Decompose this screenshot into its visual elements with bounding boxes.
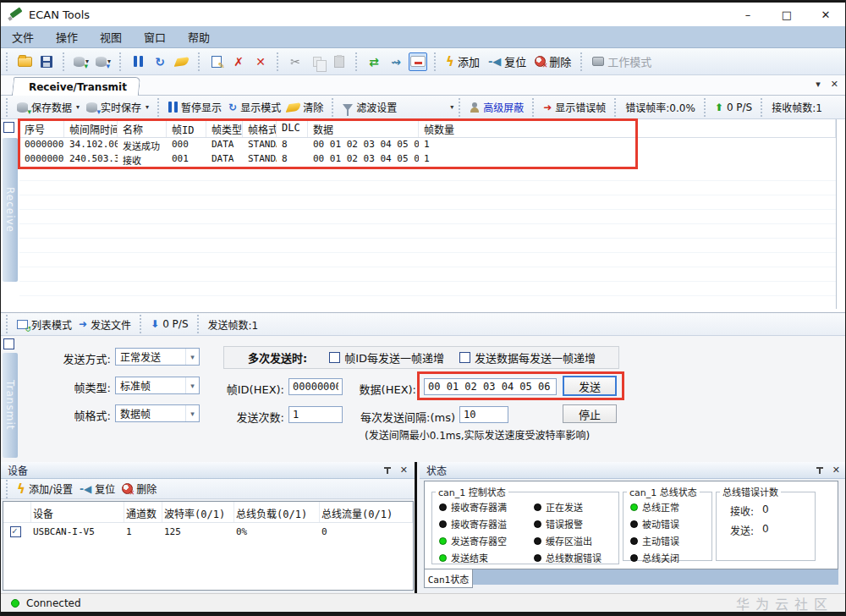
device-table[interactable]: 设备 通道数 波特率(0/1) 总线负载(0/1) 总线流量(0/1) USBC… [3,501,414,591]
display-mode-button[interactable]: ↻显示模式 [228,100,281,114]
panel-close-icon[interactable]: ✕ [400,465,408,476]
connect-icon[interactable]: ⇄ [365,52,383,71]
open-file-icon[interactable] [15,52,34,71]
frame-type-select[interactable]: 标准帧▾ [115,377,200,394]
clear-button[interactable]: 清除 [288,100,323,114]
paste-icon [330,52,349,71]
frame-format-select[interactable]: 数据帧▾ [115,404,200,422]
sent-count-label: 发送帧数:1 [208,317,259,332]
data-increase-checkbox[interactable] [459,352,470,363]
minimize-button[interactable]: – [728,3,767,26]
data-hex-input[interactable] [424,378,557,395]
send-mode-label: 发送方式: [26,350,111,366]
pause-icon[interactable] [129,52,147,71]
receive-rate-indicator: ⬆0 P/S [715,102,752,113]
transmit-select-checkbox[interactable] [3,338,14,349]
list-mode-button[interactable]: 列表模式 [17,317,72,332]
transmit-side-tab[interactable]: Transmit [3,353,18,458]
receive-side-tab[interactable]: Receive [3,138,18,282]
clear-icon [286,102,302,113]
menu-operate[interactable]: 操作 [45,25,89,48]
col-header[interactable]: 数据 [308,119,419,137]
toolbar-separator [332,98,336,117]
frame-id-input[interactable] [288,378,343,395]
refresh-icon[interactable]: ↻ [151,52,169,71]
send-mode-select[interactable]: 正常发送▾ [115,348,200,366]
filter-settings-button[interactable]: 滤波设置 [343,100,397,114]
status-box: can_1 控制状态 接收寄存器满 接收寄存器溢 发送寄存器空 发送结束 正在接… [424,481,838,569]
col-header[interactable]: 设备 [31,502,124,522]
filter-dropdown-icon[interactable]: ▾ [450,103,453,111]
reset-device-button[interactable]: -◀复位 [488,53,526,69]
col-header[interactable]: 帧数量 [419,119,836,137]
device-row[interactable]: USBCAN-I-V5 1 125 0% 0 [3,523,413,542]
col-header[interactable]: 通道数 [124,502,162,522]
disconnect-icon[interactable] [409,52,427,71]
col-header[interactable]: 总线流量(0/1) [320,502,413,522]
led-item: 总线数据错误 [534,551,602,564]
menu-help[interactable]: 帮助 [177,25,221,48]
delete-device-button[interactable]: 删除 [535,53,571,69]
led-dot [534,554,541,562]
import-data-icon[interactable]: ▾ [94,52,113,71]
menu-view[interactable]: 视图 [89,25,133,48]
send-file-button[interactable]: ➜发送文件 [79,317,131,332]
device-add-setup-button[interactable]: ϟ添加/设置 [17,481,73,497]
col-header[interactable]: 帧类型 [206,119,243,137]
tab-close-icon[interactable]: ✕ [831,79,838,90]
save-data-button[interactable]: 保存数据▾ [17,100,80,114]
send-button[interactable]: 发送 [563,376,617,396]
tab-receive-transmit[interactable]: Receive/Transmit [12,77,140,96]
multi-send-label: 多次发送时: [248,349,307,366]
pin-icon[interactable] [383,465,392,476]
clean-icon[interactable] [173,52,191,71]
receive-table[interactable]: 序号 帧间隔时间us 名称 帧ID 帧类型 帧格式 DLC 数据 帧数量 000… [19,119,837,309]
pause-display-button[interactable]: 暂停显示 [168,100,222,114]
usb-device-icon[interactable]: ⇝ [387,52,405,71]
interval-input[interactable] [459,406,508,423]
device-delete-button[interactable]: 删除 [122,481,157,496]
col-header[interactable]: 名称 [118,119,167,137]
device-reset-button[interactable]: -◀复位 [80,481,115,496]
send-rate-indicator: ⬇0 P/S [151,318,188,330]
table-row[interactable]: 00000002 240.503.378 接收 001 DATA STANDAR… [19,152,836,167]
device-panel-title: 设备 [8,463,28,477]
pin-icon[interactable] [816,465,824,476]
send-times-input[interactable] [288,406,343,423]
reset-arrow-icon: -◀ [80,483,91,495]
save-file-icon[interactable] [37,52,56,71]
stop-button[interactable]: 停止 [563,404,617,423]
show-error-frames-button[interactable]: ➜显示错误帧 [543,100,606,114]
col-header[interactable]: DLC [277,119,308,137]
panel-close-icon[interactable]: ✕ [832,465,840,476]
col-header[interactable]: 序号 [19,119,64,137]
toolbar-gripper [6,480,10,498]
table-row[interactable]: 00000001 34.102.000 发送成功 000 DATA STANDA… [19,138,836,152]
device-enabled-checkbox[interactable] [10,526,21,537]
led-dot [630,554,638,562]
led-dot [534,520,541,528]
realtime-save-button[interactable]: 实时保存▾ [86,100,149,114]
receive-select-checkbox[interactable] [3,122,14,133]
edit-frame-icon[interactable] [207,52,226,71]
col-header[interactable]: 波特率(0/1) [162,502,234,522]
maximize-button[interactable]: □ [767,3,806,26]
frame-id-increase-label: 帧ID每发送一帧递增 [344,349,444,366]
close-button[interactable]: ✕ [806,3,845,26]
tools-icon[interactable]: ✗ [229,52,248,71]
menu-file[interactable]: 文件 [1,25,45,48]
led-dot [630,537,638,545]
col-header[interactable]: 帧ID [167,119,206,137]
col-header[interactable]: 帧间隔时间us [64,119,118,137]
col-header[interactable]: 帧格式 [243,119,277,137]
tab-can1-status[interactable]: Can1状态 [424,569,473,588]
add-device-button[interactable]: ϟ添加 [446,53,480,69]
tab-list-dropdown-icon[interactable]: ▾ [816,79,821,90]
col-header[interactable]: 总线负载(0/1) [234,502,320,522]
led-dot [534,503,541,511]
export-data-icon[interactable]: ▾ [72,52,91,71]
frame-id-increase-checkbox[interactable] [329,352,340,363]
advanced-mask-button[interactable]: 高级屏蔽 [470,100,524,114]
delete-frame-icon[interactable]: ✕ [251,52,270,71]
menu-window[interactable]: 窗口 [133,25,177,48]
